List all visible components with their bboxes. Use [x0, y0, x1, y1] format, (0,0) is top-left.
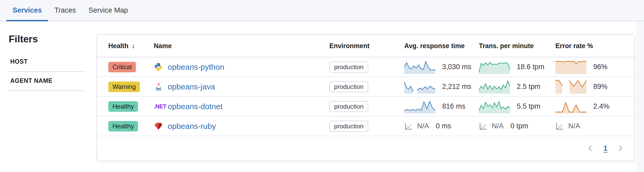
environment-cell: production: [329, 81, 404, 92]
environment-badge: production: [329, 121, 368, 132]
service-name-link[interactable]: opbeans-python: [168, 63, 224, 72]
health-badge: Critical: [108, 62, 136, 72]
python-icon: [154, 62, 168, 72]
next-page-icon[interactable]: [617, 145, 624, 152]
environment-cell: production: [329, 121, 404, 132]
health-cell: Healthy: [108, 121, 154, 131]
metric-value: 816 ms: [442, 102, 466, 110]
error-rate-cell: N/A: [555, 122, 634, 130]
page-number-1[interactable]: 1: [603, 144, 607, 153]
filter-group-host[interactable]: HOST: [9, 58, 85, 65]
latency-sparkline-chart: [404, 60, 435, 74]
metric-value: 0 tpm: [510, 122, 528, 130]
metric-value: 2,212 ms: [442, 83, 471, 91]
header-trans-per-minute[interactable]: Trans. per minute: [479, 42, 555, 50]
throughput-sparkline-chart: [479, 80, 510, 94]
trans-per-minute-cell: 2.5 tpm: [479, 80, 555, 94]
header-error-rate[interactable]: Error rate %: [555, 42, 634, 50]
not-available-label: N/A: [417, 122, 429, 130]
header-health[interactable]: Health ↓: [108, 42, 154, 50]
sort-descending-icon: ↓: [131, 42, 135, 50]
dotnet-icon: .NET: [154, 103, 168, 110]
trans-per-minute-cell: N/A0 tpm: [479, 122, 555, 130]
filter-group-agent-name[interactable]: AGENT NAME: [9, 77, 85, 85]
previous-page-icon[interactable]: [587, 145, 594, 152]
filters-title: Filters: [9, 34, 38, 45]
tab-traces[interactable]: Traces: [48, 0, 82, 21]
tab-service-map[interactable]: Service Map: [82, 0, 134, 21]
avg-response-time-cell: 3,030 ms: [404, 60, 479, 74]
error-rate-cell: 96%: [555, 60, 634, 74]
metric-value: 5.5 tpm: [517, 102, 540, 110]
filter-divider: [9, 71, 85, 72]
no-data-chart-icon: [479, 122, 487, 130]
health-badge: Healthy: [108, 121, 138, 131]
filter-divider: [9, 90, 85, 91]
service-name-link[interactable]: opbeans-dotnet: [168, 102, 223, 111]
name-cell: opbeans-python: [154, 62, 329, 72]
metric-value: 18.6 tpm: [517, 63, 544, 71]
metric-value: 3,030 ms: [442, 63, 471, 71]
throughput-sparkline-chart: [479, 100, 510, 113]
header-avg-response-time[interactable]: Avg. response time: [404, 42, 479, 50]
table-row: Healthy .NET opbeans-dotnet production 8…: [97, 97, 634, 117]
throughput-sparkline-chart: [479, 60, 510, 74]
table-row: Healthy opbeans-ruby production N/A0 ms …: [97, 117, 634, 136]
service-name-link[interactable]: opbeans-ruby: [168, 122, 216, 131]
avg-response-time-cell: 816 ms: [404, 100, 479, 113]
header-name[interactable]: Name: [154, 42, 329, 50]
table-header-row: Health ↓ Name Environment Avg. response …: [97, 35, 634, 57]
environment-badge: production: [329, 62, 368, 73]
name-cell: .NET opbeans-dotnet: [154, 102, 329, 111]
name-cell: opbeans-ruby: [154, 122, 329, 131]
error-rate-sparkline-chart: [555, 100, 586, 113]
environment-badge: production: [329, 81, 368, 92]
no-data-chart-icon: [404, 122, 412, 130]
trans-per-minute-cell: 5.5 tpm: [479, 100, 555, 113]
metric-value: 96%: [593, 63, 607, 71]
health-cell: Healthy: [108, 101, 154, 112]
error-rate-cell: 89%: [555, 80, 634, 94]
java-icon: [154, 82, 168, 91]
pagination: 1: [587, 136, 624, 161]
environment-cell: production: [329, 62, 404, 73]
name-cell: opbeans-java: [154, 82, 329, 91]
latency-sparkline-chart: [404, 100, 435, 113]
latency-sparkline-chart: [404, 80, 435, 94]
health-cell: Warning: [108, 82, 154, 92]
not-available-label: N/A: [492, 122, 504, 130]
top-tab-bar: Services Traces Service Map: [0, 0, 644, 21]
metric-value: 0 ms: [436, 122, 451, 130]
services-panel: Health ↓ Name Environment Avg. response …: [97, 34, 635, 161]
service-name-link[interactable]: opbeans-java: [168, 82, 215, 91]
metric-value: 89%: [593, 83, 607, 91]
metric-value: 2.4%: [593, 102, 610, 110]
tab-services[interactable]: Services: [6, 0, 48, 21]
error-rate-cell: 2.4%: [555, 100, 634, 113]
table-row: Critical opbeans-python production 3,030…: [97, 57, 634, 77]
health-badge: Warning: [108, 82, 140, 92]
ruby-icon: [154, 122, 168, 131]
avg-response-time-cell: 2,212 ms: [404, 80, 479, 94]
no-data-chart-icon: [555, 122, 564, 130]
trans-per-minute-cell: 18.6 tpm: [479, 60, 555, 74]
header-environment[interactable]: Environment: [329, 42, 404, 50]
header-health-label: Health: [108, 42, 128, 50]
not-available-label: N/A: [568, 122, 580, 130]
environment-cell: production: [329, 101, 404, 112]
metric-value: 2.5 tpm: [517, 83, 540, 91]
health-badge: Healthy: [108, 101, 138, 112]
table-row: Warning opbeans-java production 2,212 ms…: [97, 77, 634, 97]
table-body: Critical opbeans-python production 3,030…: [97, 57, 634, 136]
error-rate-sparkline-chart: [555, 60, 586, 74]
health-cell: Critical: [108, 62, 154, 72]
environment-badge: production: [329, 101, 368, 112]
avg-response-time-cell: N/A0 ms: [404, 122, 479, 130]
error-rate-sparkline-chart: [555, 80, 586, 94]
